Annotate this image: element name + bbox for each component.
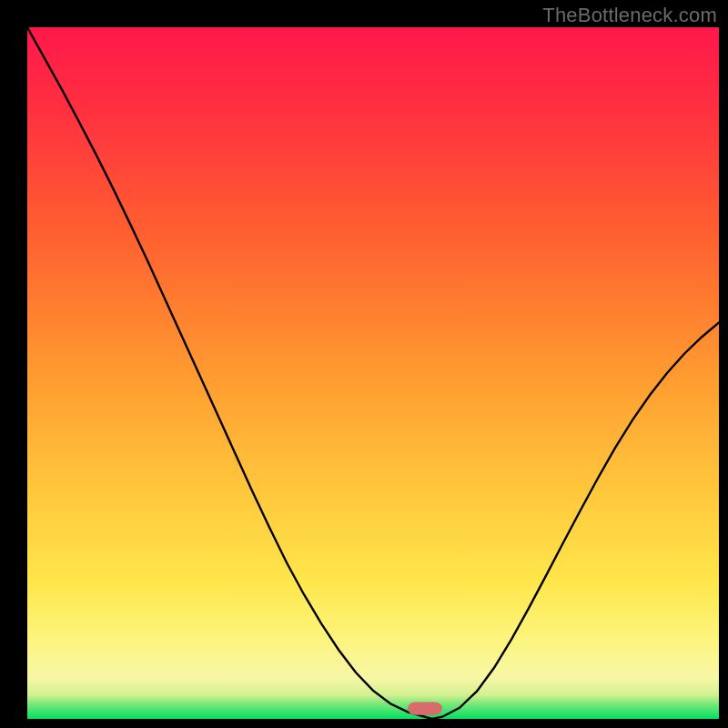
bottleneck-plot	[27, 27, 719, 719]
chart-frame: TheBottleneck.com	[0, 0, 728, 728]
watermark-text: TheBottleneck.com	[542, 4, 717, 27]
min-marker	[408, 702, 442, 714]
gradient-bg	[27, 27, 719, 719]
